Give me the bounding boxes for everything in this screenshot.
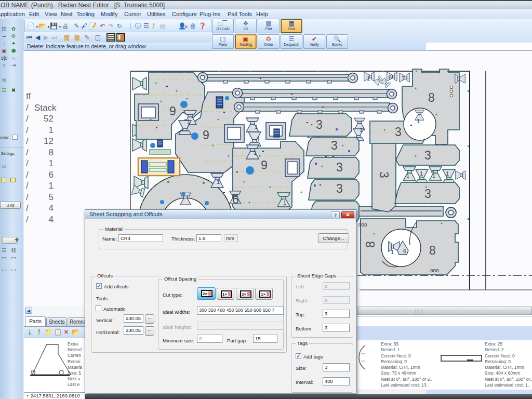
svg-text:3: 3 (424, 149, 431, 162)
svg-text:ooo: ooo (430, 268, 439, 273)
svg-text:1: 1 (420, 170, 423, 177)
svg-text:3: 3 (316, 118, 323, 131)
svg-text:1: 1 (254, 150, 257, 156)
svg-text:1: 1 (391, 249, 394, 255)
svg-text:1: 1 (360, 127, 363, 133)
svg-text:6: 6 (403, 248, 406, 254)
svg-text:3: 3 (377, 171, 391, 178)
svg-text:1: 1 (406, 172, 409, 179)
svg-text:6: 6 (389, 74, 392, 81)
svg-text:9: 9 (169, 104, 176, 118)
svg-text:8: 8 (428, 91, 435, 104)
svg-text:1: 1 (283, 200, 286, 206)
svg-text:3: 3 (395, 125, 402, 139)
svg-text:9: 9 (203, 128, 209, 142)
svg-text:1×: 1× (222, 292, 227, 297)
svg-text:1: 1 (432, 172, 435, 179)
svg-text:3: 3 (336, 182, 343, 195)
svg-text:3: 3 (424, 187, 431, 201)
svg-text:8: 8 (364, 241, 377, 248)
svg-text:1: 1 (367, 75, 370, 82)
svg-text:9: 9 (261, 158, 268, 172)
svg-text:3: 3 (336, 161, 343, 174)
svg-text:1: 1 (257, 136, 260, 142)
svg-text:1: 1 (187, 118, 190, 125)
svg-text:7: 7 (402, 75, 405, 82)
svg-text:1: 1 (446, 170, 449, 177)
svg-text:8: 8 (429, 244, 436, 257)
svg-text:ooo: ooo (358, 222, 367, 228)
svg-text:1: 1 (255, 124, 258, 130)
svg-text:3: 3 (331, 139, 338, 152)
svg-text:1: 1 (217, 179, 220, 185)
svg-text:1: 1 (417, 118, 420, 124)
svg-text:2×: 2× (203, 291, 207, 296)
svg-text:2×: 2× (242, 292, 246, 297)
svg-text:1×: 1× (261, 292, 265, 297)
svg-text:6: 6 (232, 193, 239, 206)
